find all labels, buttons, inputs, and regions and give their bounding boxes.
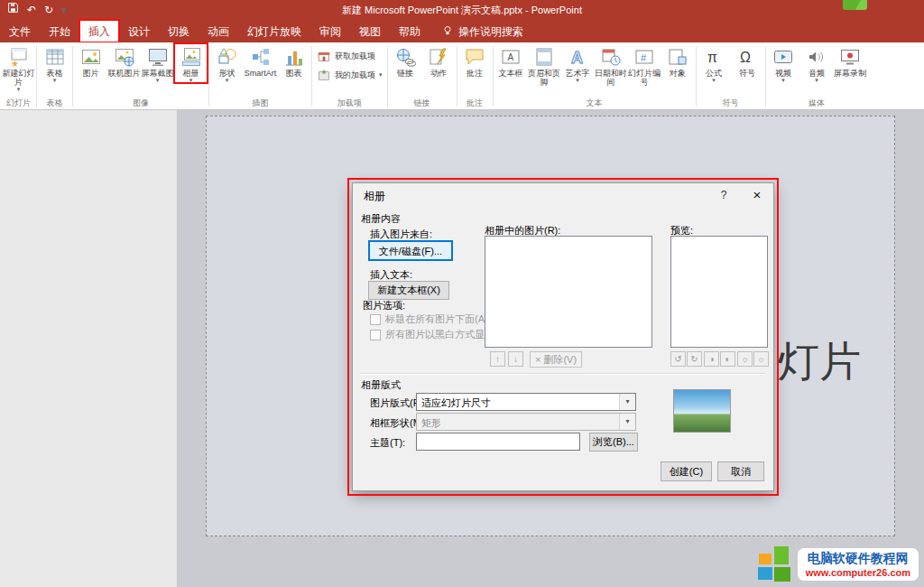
- site-url: www.computer26.com: [806, 567, 910, 578]
- smartart-icon: [250, 46, 272, 68]
- tab-help[interactable]: 帮助: [390, 20, 430, 42]
- site-watermark: 电脑软硬件教程网 www.computer26.com: [758, 546, 919, 582]
- comment-button[interactable]: 批注: [458, 43, 492, 78]
- get-addins-button[interactable]: 获取加载项: [317, 49, 375, 63]
- tab-view[interactable]: 视图: [350, 20, 390, 42]
- ribbon-group-media: 视频 ▾ 音频 ▾ 屏幕录制 媒体: [767, 43, 867, 109]
- new-textbox-button[interactable]: 新建文本框(X): [368, 281, 449, 300]
- rotate-left-button[interactable]: ↺: [670, 351, 686, 367]
- ribbon-group-addins: 获取加载项 我的加载项 ▾ 加载项: [313, 43, 386, 109]
- tell-me-search[interactable]: 操作说明搜索: [442, 20, 523, 42]
- my-addins-button[interactable]: 我的加载项 ▾: [317, 68, 383, 82]
- audio-button[interactable]: 音频 ▾: [800, 43, 834, 83]
- slide-thumbnail-pane[interactable]: [0, 109, 178, 587]
- ribbon-group-slides: ★ 新建幻灯片 ▾ 幻灯片: [2, 43, 35, 109]
- group-separator: [387, 46, 388, 107]
- ribbon-group-images: 图片 联机图片 屏幕截图 ▾ 相册 ▾ 图像: [74, 43, 208, 109]
- contrast-up-button[interactable]: ◑: [704, 351, 719, 367]
- comment-icon: [464, 46, 485, 68]
- dialog-help-button[interactable]: ?: [710, 183, 737, 207]
- online-pictures-button[interactable]: 联机图片: [107, 43, 141, 78]
- brightness-down-button[interactable]: ☼: [753, 351, 769, 367]
- date-time-button[interactable]: 日期和时间: [595, 43, 628, 87]
- captions-checkbox[interactable]: 标题在所有图片下面(A): [370, 312, 488, 326]
- cancel-button[interactable]: 取消: [717, 461, 764, 481]
- create-button[interactable]: 创建(C): [661, 461, 712, 481]
- album-content-section-label: 相册内容: [361, 212, 401, 226]
- dialog-close-button[interactable]: ×: [743, 183, 772, 207]
- group-separator: [493, 46, 494, 107]
- checkbox-box: [370, 330, 381, 340]
- screen-recording-button[interactable]: 屏幕录制: [834, 43, 867, 78]
- screenshot-button[interactable]: 屏幕截图 ▾: [141, 43, 174, 83]
- captions-checkbox-label: 标题在所有图片下面(A): [385, 312, 488, 326]
- table-button[interactable]: 表格 ▾: [38, 43, 71, 83]
- tab-insert[interactable]: 插入: [79, 20, 119, 42]
- tab-review[interactable]: 审阅: [310, 20, 350, 42]
- symbol-icon: Ω: [736, 46, 758, 68]
- wordart-button[interactable]: A 艺术字 ▾: [561, 43, 595, 83]
- svg-text:A: A: [508, 52, 514, 62]
- tab-file[interactable]: 文件: [0, 20, 40, 42]
- preview-box: [670, 236, 768, 348]
- checkbox-box: [370, 314, 381, 325]
- smartart-button[interactable]: SmartArt: [244, 43, 277, 78]
- group-separator: [311, 46, 312, 107]
- chevron-down-icon: ▾: [619, 414, 635, 430]
- action-button[interactable]: 动作: [422, 43, 456, 78]
- browse-button[interactable]: 浏览(B)...: [589, 433, 638, 452]
- picture-icon: [80, 46, 102, 68]
- section-divider: [360, 373, 766, 375]
- svg-text:π: π: [707, 50, 717, 65]
- slide-number-button[interactable]: # 幻灯片编号: [628, 43, 661, 87]
- screen-recording-icon: [839, 46, 861, 68]
- tab-design[interactable]: 设计: [119, 20, 159, 42]
- move-down-button[interactable]: ↓: [508, 351, 523, 367]
- tab-home[interactable]: 开始: [40, 20, 79, 42]
- shapes-button[interactable]: 形状 ▾: [210, 43, 244, 83]
- dialog-title: 相册: [364, 189, 385, 204]
- rotate-right-button[interactable]: ↻: [687, 351, 702, 367]
- chart-button[interactable]: 图表: [277, 43, 310, 78]
- link-icon: [394, 46, 416, 68]
- chevron-down-icon: ▾: [379, 72, 383, 78]
- picture-layout-combo[interactable]: 适应幻灯片尺寸 ▾: [416, 393, 636, 411]
- chevron-down-icon: ▾: [815, 78, 818, 83]
- chevron-down-icon: ▾: [226, 78, 229, 83]
- tab-transitions[interactable]: 切换: [159, 20, 199, 42]
- tab-slideshow[interactable]: 幻灯片放映: [238, 20, 310, 42]
- site-name: 电脑软硬件教程网: [806, 551, 910, 567]
- frame-shape-combo[interactable]: 矩形 ▾: [416, 413, 636, 431]
- video-button[interactable]: 视频 ▾: [767, 43, 800, 83]
- album-pictures-listbox[interactable]: [485, 236, 652, 348]
- remove-picture-button[interactable]: × 删除(V): [530, 351, 582, 368]
- chart-icon: [283, 46, 305, 68]
- equation-button[interactable]: π 公式 ▾: [698, 43, 731, 83]
- header-footer-button[interactable]: 页眉和页脚: [528, 43, 561, 87]
- wordart-icon: A: [567, 46, 588, 68]
- move-up-button[interactable]: ↑: [490, 351, 505, 367]
- theme-input[interactable]: [416, 433, 580, 451]
- slide-placeholder-partial-text: 灯片: [778, 334, 861, 390]
- contrast-down-button[interactable]: ◐: [720, 351, 735, 367]
- layout-preview-thumbnail: [673, 389, 731, 433]
- pictures-button[interactable]: 图片: [74, 43, 107, 78]
- photo-album-button[interactable]: 相册 ▾: [174, 43, 208, 83]
- textbox-button[interactable]: A 文本框: [494, 43, 528, 78]
- brightness-up-button[interactable]: ☼: [737, 351, 753, 367]
- object-icon: [667, 46, 688, 68]
- group-separator: [208, 46, 209, 107]
- tab-animations[interactable]: 动画: [199, 20, 238, 42]
- screenshot-icon: [147, 46, 169, 68]
- group-separator: [457, 46, 457, 107]
- audio-icon: [806, 46, 827, 68]
- new-slide-button[interactable]: ★ 新建幻灯片 ▾: [2, 43, 35, 92]
- file-disk-button[interactable]: 文件/磁盘(F)...: [368, 240, 453, 261]
- action-icon: [428, 46, 449, 68]
- ribbon-group-comments: 批注 批注: [458, 43, 492, 109]
- svg-text:Ω: Ω: [740, 50, 751, 65]
- object-button[interactable]: 对象: [661, 43, 695, 78]
- corner-site-logo: [843, 0, 867, 10]
- symbol-button[interactable]: Ω 符号: [731, 43, 764, 78]
- link-button[interactable]: 链接: [389, 43, 422, 78]
